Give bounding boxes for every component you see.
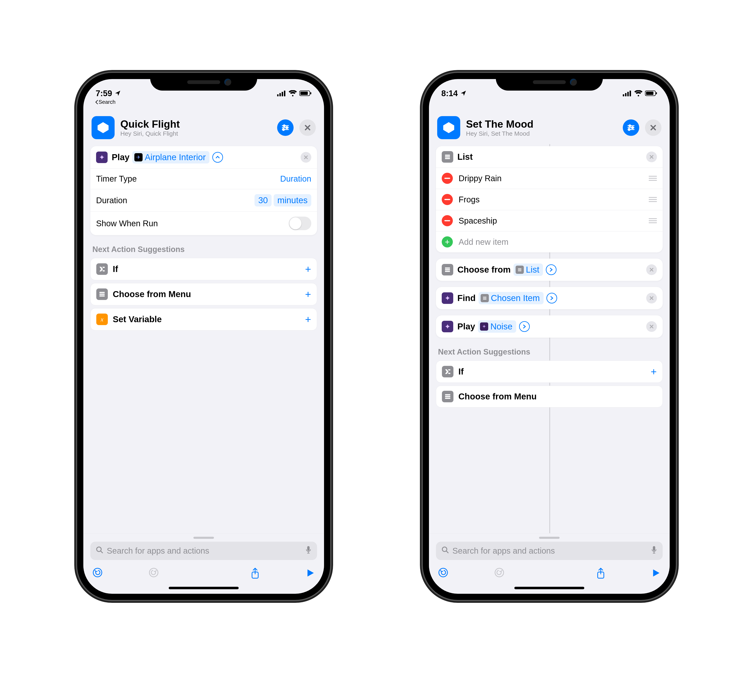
delete-list-item-button[interactable] <box>442 215 453 226</box>
add-list-item-button[interactable]: + <box>442 236 453 247</box>
list-header-row[interactable]: List <box>436 146 663 167</box>
list-item-label[interactable]: Drippy Rain <box>458 174 649 183</box>
expand-button[interactable] <box>546 293 557 303</box>
variable-icon: x <box>96 314 108 325</box>
device-notch <box>496 73 603 91</box>
darknoise-icon: ✦ <box>96 152 108 163</box>
delete-action-button[interactable] <box>646 152 657 162</box>
list-icon <box>96 288 108 300</box>
play-verb-label: Play <box>457 322 475 331</box>
svg-rect-2 <box>282 92 283 96</box>
bottom-toolbar <box>83 562 324 584</box>
drag-handle-icon[interactable] <box>649 218 657 223</box>
drag-handle-icon[interactable] <box>649 197 657 202</box>
sheet-grabber[interactable] <box>193 537 214 539</box>
svg-rect-28 <box>656 92 657 94</box>
search-input[interactable]: Search for apps and actions <box>436 542 663 560</box>
play-verb: Play <box>112 152 129 162</box>
find-parameter[interactable]: Chosen Item <box>479 292 544 304</box>
dictation-icon[interactable] <box>305 546 312 556</box>
delete-action-button[interactable] <box>301 152 311 162</box>
suggestion-if[interactable]: If + <box>90 258 317 280</box>
settings-button[interactable] <box>277 119 293 136</box>
svg-rect-37 <box>445 158 450 159</box>
suggestion-choose-from-menu[interactable]: Choose from Menu <box>436 386 663 408</box>
screen-left: 7:59 Search <box>83 79 324 594</box>
choose-from-row[interactable]: Choose from List <box>436 259 663 281</box>
search-input[interactable]: Search for apps and actions <box>90 542 317 560</box>
status-time: 7:59 <box>96 89 112 98</box>
add-suggestion-button[interactable]: + <box>305 313 311 325</box>
play-action-header[interactable]: ✦ Play ✈ Airplane Interior <box>90 146 317 169</box>
sound-parameter[interactable]: ✈ Airplane Interior <box>132 151 209 164</box>
noise-var-icon: ✦ <box>480 322 488 331</box>
redo-button[interactable] <box>494 567 505 581</box>
undo-button[interactable] <box>438 567 448 581</box>
action-editor[interactable]: List Drippy Rain Frogs Spa <box>429 144 670 533</box>
shortcut-title[interactable]: Quick Flight <box>120 118 271 130</box>
add-suggestion-button[interactable]: + <box>305 263 311 275</box>
close-button[interactable] <box>299 119 316 136</box>
shortcut-header: Set The Mood Hey Siri, Set The Mood <box>429 104 670 144</box>
share-button[interactable] <box>250 567 260 581</box>
collapse-button[interactable] <box>212 152 223 162</box>
wifi-icon <box>288 90 297 96</box>
back-search-link[interactable]: Search <box>95 99 115 105</box>
delete-list-item-button[interactable] <box>442 194 453 205</box>
suggestion-label: Choose from Menu <box>113 289 305 299</box>
wifi-icon <box>634 90 642 96</box>
delete-action-button[interactable] <box>646 293 657 303</box>
svg-rect-1 <box>279 93 281 96</box>
duration-row[interactable]: Duration 30 minutes <box>90 189 317 211</box>
svg-rect-55 <box>653 546 655 551</box>
action-editor[interactable]: ✦ Play ✈ Airplane Interior Timer Type <box>83 144 324 533</box>
dictation-icon[interactable] <box>651 546 657 556</box>
duration-value[interactable]: 30 <box>254 194 271 206</box>
suggestion-set-variable[interactable]: x Set Variable + <box>90 308 317 330</box>
expand-button[interactable] <box>546 264 557 275</box>
list-item-label[interactable]: Spaceship <box>458 216 649 225</box>
delete-action-button[interactable] <box>646 321 657 332</box>
darknoise-icon: ✦ <box>442 292 453 304</box>
svg-rect-14 <box>99 294 105 295</box>
play-row[interactable]: ✦ Play ✦ Noise <box>436 316 663 338</box>
suggestion-choose-from-menu[interactable]: Choose from Menu + <box>90 283 317 305</box>
list-item-label[interactable]: Frogs <box>458 195 649 204</box>
drag-handle-icon[interactable] <box>649 176 657 181</box>
svg-rect-43 <box>445 271 450 272</box>
location-arrow-icon <box>460 90 466 96</box>
redo-button[interactable] <box>148 567 159 581</box>
run-button[interactable] <box>306 567 315 581</box>
delete-list-item-button[interactable] <box>442 173 453 184</box>
add-suggestion-button[interactable]: + <box>305 288 311 300</box>
delete-action-button[interactable] <box>646 264 657 275</box>
settings-button[interactable] <box>623 119 639 136</box>
search-sheet[interactable]: Search for apps and actions <box>83 533 324 562</box>
svg-rect-24 <box>627 92 629 96</box>
show-when-run-label: Show When Run <box>96 219 288 228</box>
choose-from-parameter[interactable]: List <box>513 264 543 276</box>
undo-button[interactable] <box>92 567 103 581</box>
sheet-grabber[interactable] <box>539 537 560 539</box>
list-item-row: Drippy Rain <box>436 167 663 189</box>
play-parameter[interactable]: ✦ Noise <box>478 320 516 333</box>
suggestion-if[interactable]: If + <box>436 361 663 383</box>
run-button[interactable] <box>651 567 661 581</box>
magnifying-glass-icon <box>441 546 449 556</box>
timer-type-row[interactable]: Timer Type Duration <box>90 169 317 189</box>
search-sheet[interactable]: Search for apps and actions <box>429 533 670 562</box>
share-button[interactable] <box>596 567 605 581</box>
list-icon <box>442 391 454 402</box>
home-indicator[interactable] <box>514 587 584 589</box>
duration-unit[interactable]: minutes <box>274 194 311 206</box>
timer-type-value[interactable]: Duration <box>280 174 311 183</box>
close-button[interactable] <box>645 119 661 136</box>
home-indicator[interactable] <box>169 587 239 589</box>
find-row[interactable]: ✦ Find Chosen Item <box>436 287 663 309</box>
status-time: 8:14 <box>441 89 458 98</box>
list-add-row[interactable]: + Add new item <box>436 231 663 252</box>
expand-button[interactable] <box>519 321 530 332</box>
add-suggestion-button[interactable]: + <box>651 366 657 378</box>
shortcut-title[interactable]: Set The Mood <box>466 118 617 130</box>
show-when-run-toggle[interactable] <box>288 217 311 230</box>
